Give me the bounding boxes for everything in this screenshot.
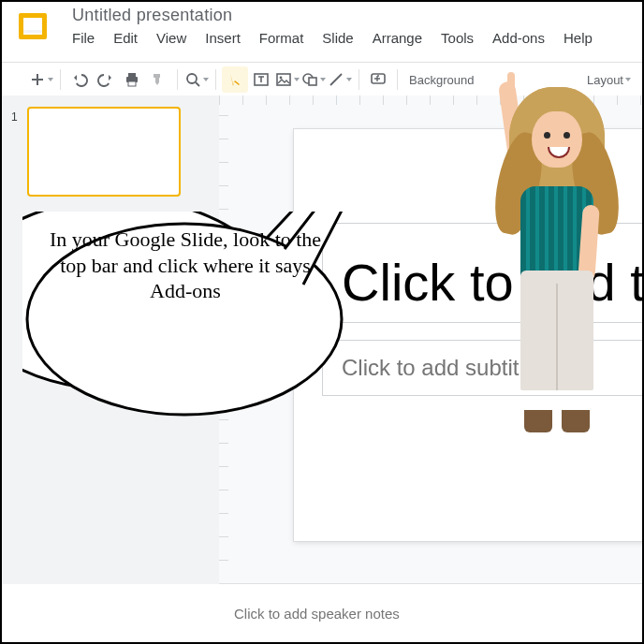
new-slide-button[interactable] bbox=[28, 66, 54, 93]
speech-bubble-text: In your Google Slide, look to the top ba… bbox=[45, 227, 326, 304]
toolbar: Background Layout bbox=[2, 62, 642, 97]
menu-insert[interactable]: Insert bbox=[196, 28, 250, 48]
chevron-down-icon bbox=[203, 78, 209, 81]
slide[interactable]: Click to add title Click to add subtitle bbox=[294, 129, 644, 541]
menu-addons[interactable]: Add-ons bbox=[483, 28, 554, 48]
speaker-notes[interactable]: Click to add speaker notes bbox=[219, 583, 642, 642]
document-title[interactable]: Untitled presentation bbox=[72, 6, 602, 25]
title-placeholder[interactable]: Click to add title bbox=[322, 223, 644, 323]
background-button[interactable]: Background bbox=[403, 73, 479, 87]
line-button[interactable] bbox=[327, 66, 353, 93]
slide-thumbnail[interactable] bbox=[27, 107, 181, 197]
svg-rect-2 bbox=[23, 30, 42, 33]
image-button[interactable] bbox=[274, 66, 300, 93]
svg-point-9 bbox=[280, 77, 283, 80]
subtitle-placeholder[interactable]: Click to add subtitle bbox=[322, 340, 644, 396]
chevron-down-icon bbox=[346, 78, 352, 81]
undo-button[interactable] bbox=[66, 66, 93, 93]
svg-rect-8 bbox=[277, 74, 290, 85]
menu-tools[interactable]: Tools bbox=[432, 28, 483, 48]
menu-edit[interactable]: Edit bbox=[104, 28, 147, 48]
menu-format[interactable]: Format bbox=[250, 28, 314, 48]
shape-button[interactable] bbox=[300, 66, 327, 93]
menu-view[interactable]: View bbox=[147, 28, 196, 48]
speaker-notes-placeholder: Click to add speaker notes bbox=[234, 606, 400, 622]
paint-format-button[interactable] bbox=[145, 66, 171, 93]
menu-arrange[interactable]: Arrange bbox=[363, 28, 432, 48]
svg-rect-4 bbox=[128, 73, 136, 77]
layout-label: Layout bbox=[587, 73, 623, 87]
svg-point-6 bbox=[187, 74, 197, 83]
svg-rect-5 bbox=[128, 81, 136, 86]
screenshot-frame: Untitled presentation File Edit View Ins… bbox=[0, 0, 644, 644]
select-tool[interactable] bbox=[222, 66, 248, 93]
menu-slide[interactable]: Slide bbox=[313, 28, 362, 48]
app-logo[interactable] bbox=[16, 9, 50, 43]
menu-help[interactable]: Help bbox=[554, 28, 602, 48]
textbox-button[interactable] bbox=[248, 66, 274, 93]
menu-file[interactable]: File bbox=[72, 28, 104, 48]
chevron-down-icon bbox=[294, 78, 300, 81]
chevron-down-icon bbox=[625, 78, 631, 81]
thumbnail-number: 1 bbox=[11, 110, 18, 124]
title-text: Click to add title bbox=[342, 252, 644, 313]
redo-button[interactable] bbox=[93, 66, 119, 93]
menu-bar: File Edit View Insert Format Slide Arran… bbox=[72, 28, 602, 48]
chevron-down-icon bbox=[320, 78, 326, 81]
svg-rect-11 bbox=[309, 78, 316, 85]
subtitle-text: Click to add subtitle bbox=[342, 355, 644, 381]
zoom-button[interactable] bbox=[183, 66, 210, 93]
comment-button[interactable] bbox=[365, 66, 391, 93]
chevron-down-icon bbox=[48, 78, 53, 81]
print-button[interactable] bbox=[119, 66, 145, 93]
layout-button[interactable]: Layout bbox=[581, 73, 637, 87]
